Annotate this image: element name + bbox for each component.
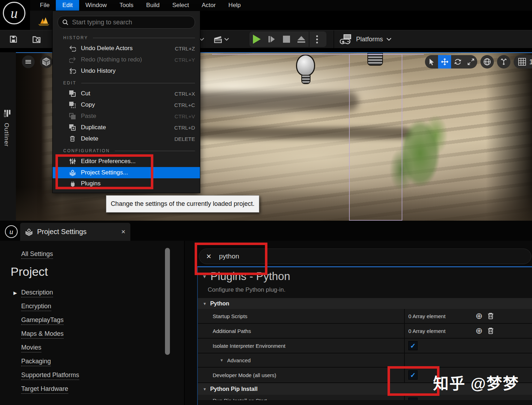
transform-toolbar: 10	[425, 55, 532, 69]
menu-select[interactable]: Select	[166, 0, 195, 11]
partial-checkbox[interactable]	[408, 398, 418, 400]
platforms-label: Platforms	[356, 36, 383, 43]
unreal-logo: u	[3, 2, 25, 24]
clear-array-icon[interactable]	[487, 312, 494, 320]
platforms-button[interactable]: Platforms	[340, 30, 391, 48]
viewport-perspective-button[interactable]	[40, 55, 53, 68]
redo-icon	[68, 57, 77, 63]
sidebar-item-all-settings[interactable]: All Settings	[21, 250, 53, 259]
watermark: 知乎 @梦梦	[433, 371, 519, 394]
menu-item-redo[interactable]: Redo (Nothing to redo) CTRL+Y	[53, 54, 200, 65]
rotate-tool-button[interactable]	[451, 55, 464, 69]
menu-window[interactable]: Window	[79, 0, 113, 11]
surface-snap-button[interactable]	[497, 55, 510, 69]
scale-icon	[467, 58, 474, 65]
save-button[interactable]	[7, 33, 20, 46]
sidebar-item-description[interactable]: ▶Description	[21, 286, 79, 300]
menu-search-input[interactable]: Start typing to search	[58, 16, 195, 29]
add-element-icon[interactable]: ⊕	[475, 326, 483, 336]
tab-close-icon[interactable]: ×	[121, 228, 125, 236]
menu-actor[interactable]: Actor	[195, 0, 222, 11]
eject-button[interactable]	[294, 31, 309, 47]
collapse-triangle-icon: ▼	[203, 387, 207, 391]
sidebar-item-gameplaytags[interactable]: GameplayTags	[21, 314, 79, 327]
play-icon	[253, 35, 261, 44]
sidebar-item-target-hardware[interactable]: Target Hardware	[21, 382, 79, 396]
project-settings-tab-icon	[25, 228, 33, 236]
menu-item-undo[interactable]: Undo Delete Actors CTRL+Z	[53, 43, 200, 54]
cut-icon	[68, 90, 77, 97]
menu-item-copy[interactable]: Copy CTRL+C	[53, 99, 200, 111]
sidebar-item-movies[interactable]: Movies	[21, 341, 79, 355]
sidebar-item-packaging[interactable]: Packaging	[21, 355, 79, 369]
collapse-triangle-icon: ▼	[220, 358, 224, 362]
stop-button[interactable]	[279, 31, 294, 47]
menu-bar: File Edit Window Tools Build Select Acto…	[0, 0, 532, 11]
array-count: 0 Array element	[408, 328, 471, 334]
frame-skip-button[interactable]	[264, 31, 279, 47]
lightbulb-base	[301, 75, 311, 84]
sidebar-item-supported-platforms[interactable]: Supported Platforms	[21, 369, 79, 382]
setting-subheader-advanced[interactable]: ▼ Advanced	[198, 353, 532, 368]
menu-item-duplicate[interactable]: Duplicate CTRL+D	[53, 122, 200, 133]
sidebar-scrollbar[interactable]	[165, 248, 170, 355]
snap-icon	[500, 58, 508, 66]
menu-item-undo-history[interactable]: Undo History	[53, 65, 200, 77]
expand-arrow-icon[interactable]: ▶	[13, 290, 17, 296]
menu-tools[interactable]: Tools	[113, 0, 140, 11]
isolate-interpreter-checkbox[interactable]: ✓	[408, 341, 418, 350]
browse-content-button[interactable]	[30, 33, 43, 46]
gamepad-icon	[340, 34, 353, 44]
app-logo-block: u	[0, 0, 30, 30]
select-tool-button[interactable]	[425, 55, 438, 69]
world-space-button[interactable]	[480, 55, 494, 69]
play-options-button[interactable]	[309, 31, 324, 47]
settings-sidebar: All Settings Project ▶Description Encryp…	[0, 241, 185, 405]
highlight-search-python	[195, 243, 267, 275]
sidebar-tab-outliner[interactable]: Outliner	[3, 123, 10, 147]
menu-file[interactable]: File	[34, 0, 56, 11]
globe-icon	[483, 58, 491, 66]
hamburger-icon	[25, 59, 31, 64]
frame-skip-icon	[267, 35, 276, 43]
paste-icon	[68, 113, 77, 119]
sidebar-item-maps-modes[interactable]: Maps & Modes	[21, 327, 79, 341]
menu-edit[interactable]: Edit	[56, 0, 79, 11]
menu-item-paste[interactable]: Paste CTRL+V	[53, 111, 200, 122]
level-tab-icon[interactable]	[37, 16, 50, 26]
array-count: 0 Array element	[408, 313, 471, 319]
category-python[interactable]: ▼ Python	[198, 298, 532, 309]
rotate-icon	[454, 58, 462, 66]
setting-row-additional-paths: Additional Paths 0 Array element ⊕	[198, 324, 532, 339]
move-tool-button[interactable]	[438, 55, 451, 69]
cinematics-button[interactable]	[211, 33, 230, 46]
stop-icon	[283, 36, 290, 43]
scale-tool-button[interactable]	[464, 55, 477, 69]
lightbulb-sprite[interactable]	[296, 54, 315, 76]
collapse-triangle-icon: ▼	[203, 302, 207, 306]
kebab-menu-icon	[316, 35, 318, 43]
sidebar-item-encryption[interactable]: Encryption	[21, 300, 79, 314]
menu-help[interactable]: Help	[222, 0, 247, 11]
copy-icon	[68, 102, 77, 108]
menu-build[interactable]: Build	[140, 0, 166, 11]
undo-icon	[68, 46, 77, 52]
clear-array-icon[interactable]	[487, 327, 494, 334]
chevron-down-icon	[386, 38, 391, 41]
setting-row-partial: Run Pip Install on Start	[198, 395, 532, 400]
eject-icon	[297, 36, 305, 43]
tab-project-settings[interactable]: Project Settings ×	[20, 223, 130, 241]
grid-snap-value: 10	[529, 58, 532, 66]
clapperboard-icon	[213, 35, 223, 44]
menu-item-delete[interactable]: Delete DELETE	[53, 133, 200, 144]
ps-titlebar: u Project Settings ×	[0, 221, 532, 241]
unreal-logo-small: u	[5, 225, 18, 238]
outliner-rail: Outliner	[0, 52, 16, 221]
cursor-icon	[429, 58, 435, 65]
add-element-icon[interactable]: ⊕	[475, 311, 483, 321]
tab-title: Project Settings	[37, 228, 87, 236]
grid-snap-button[interactable]: 10	[514, 55, 532, 69]
play-button[interactable]	[249, 31, 264, 47]
viewport-menu-button[interactable]	[22, 55, 35, 68]
menu-item-cut[interactable]: Cut CTRL+X	[53, 88, 200, 99]
